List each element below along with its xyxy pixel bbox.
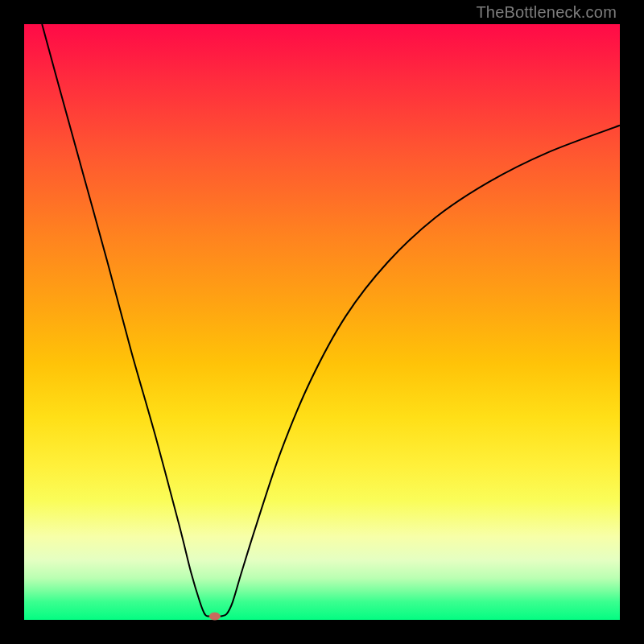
chart-svg: [24, 24, 620, 620]
watermark-text: TheBottleneck.com: [476, 3, 617, 22]
bottleneck-curve: [42, 24, 620, 617]
optimum-marker: [209, 613, 220, 620]
plot-area: [24, 24, 620, 620]
